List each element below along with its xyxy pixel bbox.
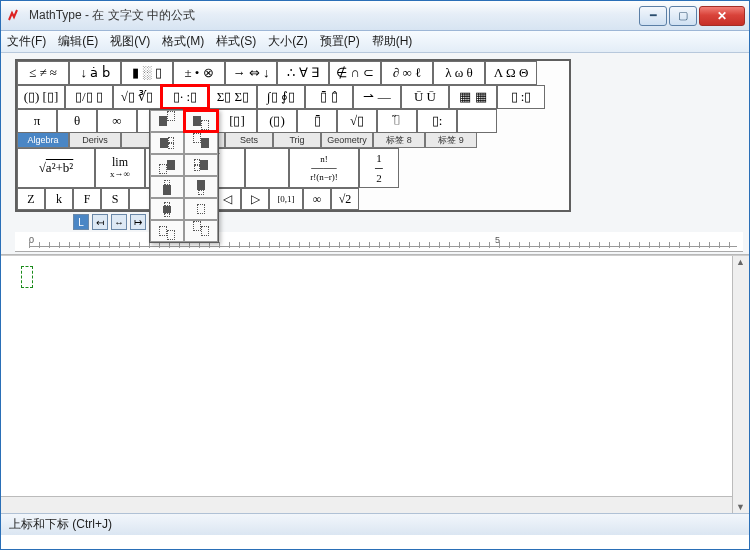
sc-rtri[interactable]: ▷ [241,188,269,210]
fly-presup[interactable] [184,132,218,154]
sc-root2[interactable]: √2 [331,188,359,210]
palette-tabs: Algebra Derivs Matrices Sets Trig Geomet… [17,133,569,148]
palette-arrows[interactable]: → ⇔ ↓ [225,61,277,85]
window-title: MathType - 在 文字文 中的公式 [29,7,637,24]
expr-binom[interactable]: n!────r!(n−r)! [289,148,359,188]
menu-file[interactable]: 文件(F) [7,33,46,50]
fly-presupsub[interactable] [184,154,218,176]
palette-row-1: ≤ ≠ ≈ ↓ ȧ ḃ ▮ ░ ▯ ± • ⊗ → ⇔ ↓ ∴ ∀ ∃ ∉ ∩ … [17,61,569,85]
sc-inf[interactable]: ∞ [303,188,331,210]
palette-row-2: (▯) [▯] ▯/▯ ▯ √▯ ∛▯ ▯∙ :▯ Σ▯ Σ▯ ∫▯ ∮▯ ▯̄… [17,85,569,109]
align-btn-2[interactable]: ↤ [92,214,108,230]
tab-sets[interactable]: Sets [225,133,273,148]
expr-half[interactable]: 1─2 [359,148,399,188]
palette-arrows2[interactable]: ⇀ — [353,85,401,109]
align-btn-1[interactable]: L [73,214,89,230]
palette-overbars[interactable]: ▯̄ ▯̂ [305,85,353,109]
ruler-mark-0: 0 [29,235,34,245]
palette-row-3: π θ ∞ ∈ ± [▯] (▯) ▯̄ √▯ ▯֮ ▯: [17,109,569,133]
palette-fractions[interactable]: ▯/▯ ▯ [65,85,113,109]
subsup-flyout [149,109,219,243]
minimize-button[interactable]: ━ [639,6,667,26]
sym-sup2[interactable] [457,109,497,133]
palette-misc[interactable]: ∂ ∞ ℓ [381,61,433,85]
tab-9[interactable]: 标签 9 [425,133,477,148]
fly-presub[interactable] [150,154,184,176]
palette-spaces[interactable]: ▮ ░ ▯ [121,61,173,85]
expr-blank[interactable] [245,148,289,188]
expr-pythag[interactable]: √a²+b² [17,148,95,188]
sym-bar[interactable]: √▯ [337,109,377,133]
palette-sub-sup[interactable]: ▯∙ :▯ [161,85,209,109]
palette-greek-lower[interactable]: λ ω θ [433,61,485,85]
menu-edit[interactable]: 编辑(E) [58,33,98,50]
status-bar: 上标和下标 (Ctrl+J) [1,513,749,535]
sc-s[interactable]: S [101,188,129,210]
insertion-slot[interactable] [21,266,33,288]
align-btn-4[interactable]: ↦ [130,214,146,230]
tab-8[interactable]: 标签 8 [373,133,425,148]
palette-greek-upper[interactable]: Λ Ω Θ [485,61,537,85]
sym-pi[interactable]: π [17,109,57,133]
small-symbol-row: Z k F S ⊗ ⊕ ◁ ▷ [0,1] ∞ √2 [17,188,569,210]
sym-infty[interactable]: ∞ [97,109,137,133]
menu-style[interactable]: 样式(S) [216,33,256,50]
fly-11[interactable] [150,220,184,242]
toolbar-area: ≤ ≠ ≈ ↓ ȧ ḃ ▮ ░ ▯ ± • ⊗ → ⇔ ↓ ∴ ∀ ∃ ∉ ∩ … [1,53,749,255]
menu-size[interactable]: 大小(Z) [268,33,307,50]
fly-12[interactable] [184,220,218,242]
fly-sup[interactable] [150,110,184,132]
expr-lim[interactable]: limx→∞ [95,148,145,188]
palette-operators[interactable]: ± • ⊗ [173,61,225,85]
sc-z[interactable]: Z [17,188,45,210]
menu-preset[interactable]: 预置(P) [320,33,360,50]
window-controls: ━ ▢ ✕ [637,6,745,26]
close-button[interactable]: ✕ [699,6,745,26]
sym-brack[interactable]: (▯) [257,109,297,133]
sym-paren[interactable]: ▯̄ [297,109,337,133]
horizontal-scrollbar[interactable] [1,496,732,513]
app-logo [7,8,23,24]
palette-sums[interactable]: Σ▯ Σ▯ [209,85,257,109]
palette-logic[interactable]: ∴ ∀ ∃ [277,61,329,85]
sc-f[interactable]: F [73,188,101,210]
menu-help[interactable]: 帮助(H) [372,33,413,50]
maximize-button[interactable]: ▢ [669,6,697,26]
tab-trig[interactable]: Trig [273,133,321,148]
fly-under[interactable] [184,176,218,198]
menu-format[interactable]: 格式(M) [162,33,204,50]
equation-canvas[interactable] [1,255,749,513]
ruler-ticks [29,242,737,248]
palette-accents[interactable]: ↓ ȧ ḃ [69,61,121,85]
sym-dot2[interactable]: ▯: [417,109,457,133]
palette-underlines[interactable]: Ū Ū [401,85,449,109]
ruler-mark-5: 5 [495,235,500,245]
fly-supsub[interactable] [150,132,184,154]
sc-interval[interactable]: [0,1] [269,188,303,210]
tab-algebra[interactable]: Algebra [17,133,69,148]
palette-boxes[interactable]: ▯ :▯ [497,85,545,109]
fly-limit[interactable] [184,198,218,220]
vertical-scrollbar[interactable] [732,256,749,513]
sym-pm[interactable]: [▯] [217,109,257,133]
ruler[interactable]: 0 5 [15,232,743,252]
fly-overunder[interactable] [150,198,184,220]
tab-geometry[interactable]: Geometry [321,133,373,148]
palette-matrices[interactable]: ▦ ▦ [449,85,497,109]
expression-row: √a²+b² limx→∞ −b ± √b²−4ac─────2a n!────… [17,148,569,188]
menu-view[interactable]: 视图(V) [110,33,150,50]
fly-over[interactable] [150,176,184,198]
palette-relations[interactable]: ≤ ≠ ≈ [17,61,69,85]
tab-derivs[interactable]: Derivs [69,133,121,148]
align-btn-3[interactable]: ↔ [111,214,127,230]
fly-sub[interactable] [184,110,218,132]
palette-fences[interactable]: (▯) [▯] [17,85,65,109]
palette-integrals[interactable]: ∫▯ ∮▯ [257,85,305,109]
palette-set[interactable]: ∉ ∩ ⊂ [329,61,381,85]
symbol-palette: ≤ ≠ ≈ ↓ ȧ ḃ ▮ ░ ▯ ± • ⊗ → ⇔ ↓ ∴ ∀ ∃ ∉ ∩ … [15,59,571,212]
palette-radicals[interactable]: √▯ ∛▯ [113,85,161,109]
sym-theta[interactable]: θ [57,109,97,133]
sc-k[interactable]: k [45,188,73,210]
menu-bar: 文件(F) 编辑(E) 视图(V) 格式(M) 样式(S) 大小(Z) 预置(P… [1,31,749,53]
sym-root[interactable]: ▯֮ [377,109,417,133]
